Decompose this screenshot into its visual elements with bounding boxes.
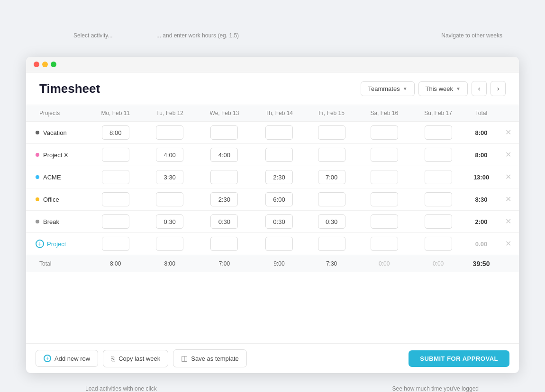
add-project-cell: + Project: [26, 233, 88, 255]
time-input-wed[interactable]: [210, 192, 238, 206]
time-input-tue[interactable]: [156, 237, 183, 251]
time-input-tue[interactable]: [156, 192, 183, 206]
traffic-light-red[interactable]: [34, 62, 39, 67]
time-cell: [357, 122, 411, 144]
time-input-wed[interactable]: [210, 170, 238, 184]
time-input-tue[interactable]: [156, 214, 183, 229]
traffic-light-yellow[interactable]: [42, 62, 48, 67]
time-cell: [306, 144, 357, 166]
time-input-sat[interactable]: [371, 237, 398, 251]
time-input-wed[interactable]: [210, 214, 238, 229]
row-total: 2:00: [465, 211, 498, 233]
row-total: 13:00: [465, 166, 498, 188]
time-input-fri[interactable]: [318, 192, 345, 206]
time-input-sun[interactable]: [425, 148, 452, 162]
delete-cell: ✕: [498, 211, 519, 233]
teammates-dropdown[interactable]: Teammates ▼: [361, 81, 414, 96]
browser-window: Timesheet Teammates ▼ This week ▼ ‹ ›: [26, 57, 519, 373]
time-cell: [306, 188, 357, 211]
time-input-wed[interactable]: [210, 148, 238, 162]
app-footer: + Add new row ⎘ Copy last week ◫ Save as…: [26, 343, 519, 373]
project-name-break: Break: [36, 218, 85, 225]
week-chevron-icon: ▼: [456, 86, 461, 91]
project-dot: [36, 197, 39, 201]
time-input-wed[interactable]: [210, 237, 238, 251]
time-input-sun[interactable]: [425, 214, 452, 229]
time-cell: [253, 144, 306, 166]
project-dot: [36, 153, 39, 157]
time-cell: [88, 166, 143, 188]
time-input-tue[interactable]: [156, 125, 183, 140]
time-input-sat[interactable]: [371, 125, 398, 140]
grand-total: 39:50: [465, 255, 498, 273]
delete-row-button[interactable]: ✕: [503, 173, 513, 181]
time-cell: [143, 144, 196, 166]
time-input-thu[interactable]: [265, 170, 293, 184]
time-input-sat[interactable]: [371, 148, 398, 162]
traffic-light-green[interactable]: [51, 62, 56, 67]
time-cell: [196, 122, 252, 144]
delete-row-button[interactable]: ✕: [503, 151, 513, 159]
time-cell: [357, 188, 411, 211]
time-cell: [88, 144, 143, 166]
time-cell: [196, 233, 252, 255]
time-input-thu[interactable]: [265, 125, 293, 140]
add-new-row-button[interactable]: + Add new row: [36, 350, 98, 367]
time-input-fri[interactable]: [318, 148, 345, 162]
time-input-thu[interactable]: [265, 214, 293, 229]
time-input-sun[interactable]: [425, 125, 452, 140]
project-dot: [36, 131, 39, 134]
project-cell: Project X: [26, 144, 88, 166]
time-input-mon[interactable]: [102, 192, 129, 206]
delete-row-button[interactable]: ✕: [503, 240, 513, 248]
time-input-sun[interactable]: [425, 237, 452, 251]
delete-row-button[interactable]: ✕: [503, 218, 513, 225]
time-input-mon[interactable]: [102, 237, 129, 251]
time-input-sat[interactable]: [371, 214, 398, 229]
this-week-dropdown[interactable]: This week ▼: [418, 81, 468, 96]
time-input-mon[interactable]: [102, 125, 129, 140]
time-cell: [357, 144, 411, 166]
time-input-sat[interactable]: [371, 170, 398, 184]
time-input-tue[interactable]: [156, 170, 183, 184]
plus-circle-icon: +: [36, 240, 44, 248]
row-total: 0.00: [465, 233, 498, 255]
time-cell: [196, 144, 252, 166]
time-input-sat[interactable]: [371, 192, 398, 206]
delete-row-button[interactable]: ✕: [503, 129, 513, 136]
time-input-thu[interactable]: [265, 237, 293, 251]
total-sun: 0:00: [411, 255, 465, 273]
save-as-template-button[interactable]: ◫ Save as template: [173, 349, 246, 367]
time-cell: [143, 211, 196, 233]
project-name-vacation: Vacation: [36, 129, 85, 136]
copy-last-week-button[interactable]: ⎘ Copy last week: [103, 350, 168, 367]
annotation-enter-hours: ... and enter work hours (eg. 1,5): [156, 32, 239, 39]
time-input-fri[interactable]: [318, 237, 345, 251]
delete-row-button[interactable]: ✕: [503, 196, 513, 203]
time-input-fri[interactable]: [318, 125, 345, 140]
time-input-sun[interactable]: [425, 192, 452, 206]
col-sat: Sa, Feb 16: [357, 105, 411, 122]
time-cell: [143, 122, 196, 144]
prev-week-button[interactable]: ‹: [472, 81, 487, 96]
project-cell: Break: [26, 211, 88, 233]
project-cell: Vacation: [26, 122, 88, 144]
next-week-button[interactable]: ›: [490, 81, 506, 96]
time-input-thu[interactable]: [265, 148, 293, 162]
time-input-tue[interactable]: [156, 148, 183, 162]
time-input-fri[interactable]: [318, 170, 345, 184]
time-input-fri[interactable]: [318, 214, 345, 229]
submit-for-approval-button[interactable]: SUBMIT FOR APPROVAL: [409, 350, 509, 367]
add-project-button[interactable]: + Project: [36, 240, 66, 248]
time-input-wed[interactable]: [210, 125, 238, 140]
time-cell: [306, 166, 357, 188]
time-cell: [143, 188, 196, 211]
project-cell: Office: [26, 188, 88, 211]
col-sun: Su, Feb 17: [411, 105, 465, 122]
time-input-thu[interactable]: [265, 192, 293, 206]
time-input-mon[interactable]: [102, 214, 129, 229]
time-input-mon[interactable]: [102, 148, 129, 162]
time-input-sun[interactable]: [425, 170, 452, 184]
time-cell: [196, 188, 252, 211]
time-input-mon[interactable]: [102, 170, 129, 184]
